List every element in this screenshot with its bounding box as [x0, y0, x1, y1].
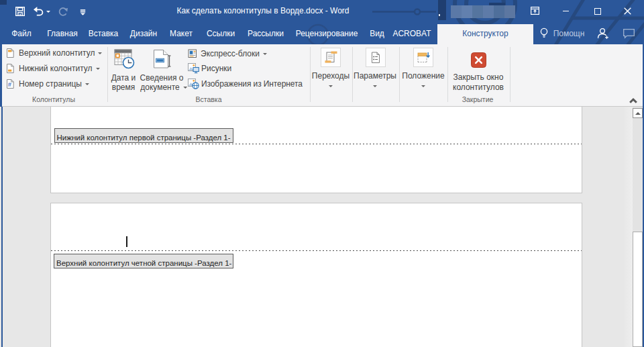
- svg-text:#: #: [8, 81, 12, 88]
